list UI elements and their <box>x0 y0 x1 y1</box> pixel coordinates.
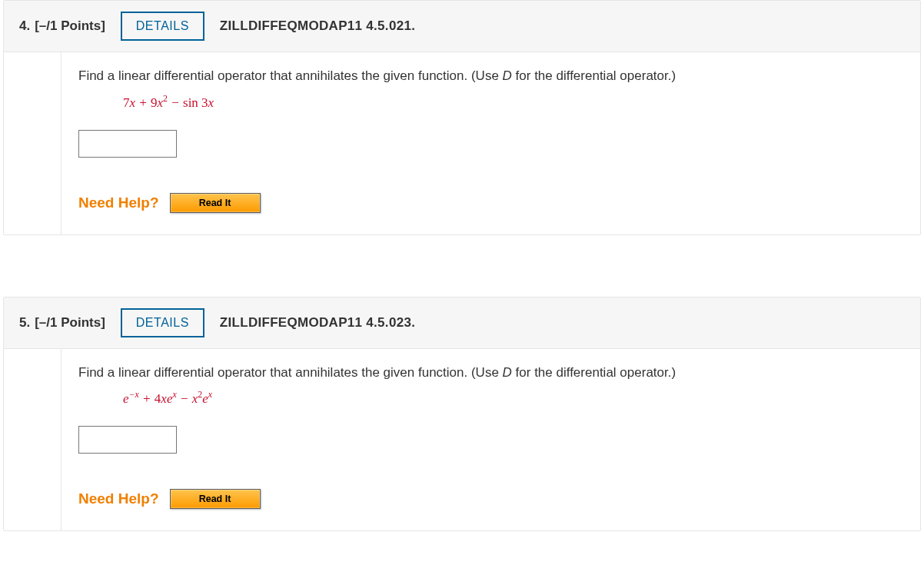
question-expression: 7x + 9x2 − sin 3x <box>123 92 903 113</box>
details-button[interactable]: DETAILS <box>121 308 204 337</box>
help-row: Need Help? Read It <box>78 489 903 509</box>
answer-input[interactable] <box>78 130 177 158</box>
question-body: Find a linear differential operator that… <box>61 52 920 234</box>
question-number: 4. <box>19 18 30 34</box>
question-body: Find a linear differential operator that… <box>61 349 920 531</box>
question-prompt: Find a linear differential operator that… <box>78 363 903 383</box>
answer-input[interactable] <box>78 426 177 454</box>
question-points: [–/1 Points] <box>35 18 105 34</box>
question-reference: ZILLDIFFEQMODAP11 4.5.021. <box>220 18 415 34</box>
read-it-button[interactable]: Read It <box>170 193 261 213</box>
read-it-button[interactable]: Read It <box>170 489 261 509</box>
question-number: 5. <box>19 315 30 331</box>
question-header: 5.[–/1 Points] DETAILS ZILLDIFFEQMODAP11… <box>4 297 920 349</box>
need-help-label: Need Help? <box>78 194 159 211</box>
help-row: Need Help? Read It <box>78 193 903 213</box>
question-header: 4.[–/1 Points] DETAILS ZILLDIFFEQMODAP11… <box>4 1 920 52</box>
question-box: 4.[–/1 Points] DETAILS ZILLDIFFEQMODAP11… <box>3 0 921 235</box>
question-heading: 4.[–/1 Points] <box>19 18 105 34</box>
question-expression: e−x + 4xex − x2ex <box>123 388 903 409</box>
question-reference: ZILLDIFFEQMODAP11 4.5.023. <box>220 315 415 331</box>
question-points: [–/1 Points] <box>35 315 105 331</box>
details-button[interactable]: DETAILS <box>121 12 204 41</box>
question-heading: 5.[–/1 Points] <box>19 315 105 331</box>
need-help-label: Need Help? <box>78 490 159 507</box>
question-box: 5.[–/1 Points] DETAILS ZILLDIFFEQMODAP11… <box>3 297 921 532</box>
question-prompt: Find a linear differential operator that… <box>78 66 903 86</box>
